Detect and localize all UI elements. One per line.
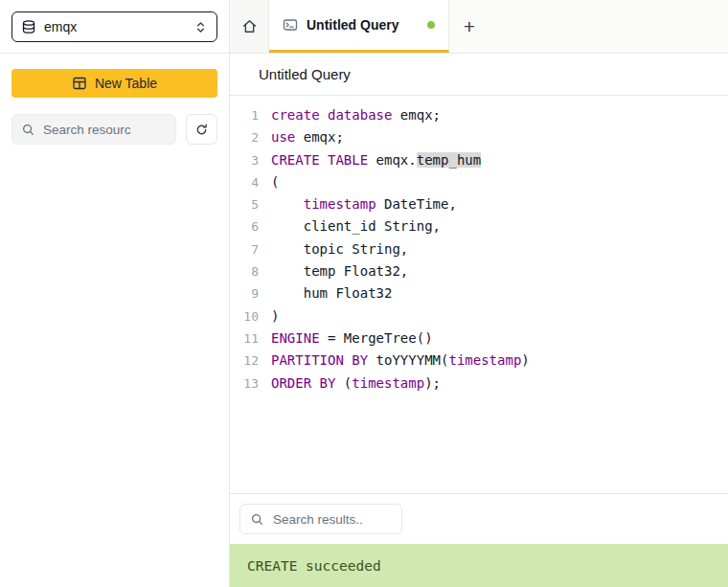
code-token-plain: emqx;: [392, 107, 441, 123]
refresh-button[interactable]: [186, 114, 217, 145]
code-line[interactable]: 3CREATE TABLE emqx.temp_hum: [230, 149, 728, 171]
app-window: emqx New Table: [0, 0, 728, 587]
code-token-plain: emqx;: [295, 129, 344, 145]
query-header: Untitled Query: [230, 54, 728, 96]
code-text: ENGINE = MergeTree(): [271, 327, 433, 350]
code-text: create database emqx;: [271, 104, 441, 126]
sidebar-search-row: [11, 114, 217, 145]
code-token-plain: emqx.: [368, 152, 417, 168]
code-token-kw: timestamp: [448, 352, 521, 368]
code-text: (: [271, 171, 279, 193]
sidebar-top: emqx: [0, 0, 229, 54]
line-number: 11: [236, 327, 259, 350]
search-icon: [21, 123, 35, 137]
sql-editor[interactable]: 1create database emqx;2use emqx;3CREATE …: [230, 96, 728, 493]
database-select-value: emqx: [44, 19, 186, 34]
query-title: Untitled Query: [259, 66, 351, 82]
line-number: 1: [236, 104, 259, 126]
code-line[interactable]: 2use emqx;: [230, 126, 728, 148]
code-text: hum Float32: [271, 282, 392, 305]
line-number: 10: [236, 305, 259, 327]
code-token-plain: toYYYYMM(: [368, 352, 448, 368]
home-button[interactable]: [230, 0, 269, 53]
line-number: 2: [236, 126, 259, 148]
line-number: 13: [236, 373, 259, 395]
database-icon: [21, 19, 36, 34]
code-token-plain: ): [271, 308, 279, 324]
code-token-plain: ): [521, 352, 529, 368]
table-grid-icon: [72, 76, 87, 91]
code-line[interactable]: 1create database emqx;: [230, 104, 728, 126]
resource-search-box[interactable]: [11, 114, 176, 145]
code-line[interactable]: 12PARTITION BY toYYYYMM(timestamp): [230, 350, 728, 372]
code-token-plain: (: [335, 375, 352, 391]
code-line[interactable]: 4(: [230, 171, 728, 193]
code-text: PARTITION BY toYYYYMM(timestamp): [271, 350, 530, 372]
sidebar-body: New Table: [0, 54, 229, 160]
line-number: 12: [236, 350, 259, 372]
tab-bar: Untitled Query +: [230, 0, 728, 54]
sidebar: emqx New Table: [0, 0, 230, 587]
code-text: CREATE TABLE emqx.temp_hum: [271, 149, 481, 171]
code-line[interactable]: 5 timestamp DateTime,: [230, 193, 728, 215]
resource-search-input[interactable]: [41, 122, 167, 138]
line-number: 6: [236, 215, 259, 237]
code-token-plain: = MergeTree(): [320, 330, 433, 346]
code-token-plain: (: [271, 174, 279, 190]
code-line[interactable]: 10): [230, 305, 728, 327]
new-tab-button[interactable]: +: [449, 0, 489, 53]
code-line[interactable]: 7 topic String,: [230, 238, 728, 260]
tab-untitled-query[interactable]: Untitled Query: [269, 0, 449, 53]
code-token-plain: );: [424, 375, 441, 391]
code-text: timestamp DateTime,: [271, 193, 457, 215]
green-dot: [427, 21, 435, 29]
code-line[interactable]: 11ENGINE = MergeTree(): [230, 327, 728, 350]
code-line[interactable]: 6 client_id String,: [230, 215, 728, 237]
code-token-plain: client_id String,: [271, 218, 441, 234]
status-message: CREATE succeeded: [247, 558, 381, 574]
code-token-plain: temp Float32,: [271, 263, 408, 279]
code-text: temp Float32,: [271, 260, 408, 282]
code-token-kw: create database: [271, 107, 392, 123]
code-token-kw: ORDER BY: [271, 375, 335, 391]
new-table-button-label: New Table: [95, 76, 157, 91]
status-banner: CREATE succeeded: [230, 544, 728, 587]
code-token-kw: CREATE TABLE: [271, 152, 368, 168]
search-icon: [250, 512, 264, 527]
results-search-box[interactable]: [239, 504, 402, 534]
code-token-plain: [271, 196, 304, 212]
line-number: 4: [236, 171, 259, 193]
new-table-button[interactable]: New Table: [11, 69, 217, 98]
line-number: 5: [236, 193, 259, 215]
code-line[interactable]: 8 temp Float32,: [230, 260, 728, 282]
home-icon: [241, 18, 258, 34]
code-token-kw: timestamp: [304, 196, 376, 212]
code-lines: 1create database emqx;2use emqx;3CREATE …: [230, 104, 728, 395]
code-line[interactable]: 13ORDER BY (timestamp);: [230, 373, 728, 395]
code-token-kw: ENGINE: [271, 330, 320, 346]
results-search-input[interactable]: [271, 511, 392, 528]
code-text: ORDER BY (timestamp);: [271, 373, 441, 395]
main-panel: Untitled Query + Untitled Query 1create …: [230, 0, 728, 587]
line-number: 8: [236, 260, 259, 282]
line-number: 9: [236, 282, 259, 305]
tab-label: Untitled Query: [307, 17, 398, 33]
refresh-icon: [194, 123, 209, 137]
code-token-kw: PARTITION BY: [271, 352, 368, 368]
code-line[interactable]: 9 hum Float32: [230, 282, 728, 305]
database-select[interactable]: emqx: [11, 11, 217, 42]
results-toolbar: [230, 493, 728, 544]
code-token-kw: use: [271, 129, 295, 145]
code-token-plain: topic String,: [271, 241, 408, 257]
code-token-kw: timestamp: [352, 375, 424, 391]
line-number: 3: [236, 149, 259, 171]
code-token-plain: hum Float32: [271, 285, 392, 301]
code-text: ): [271, 305, 279, 327]
line-number: 7: [236, 238, 259, 260]
chevron-up-down-icon: [193, 20, 208, 34]
code-token-sel: temp_hum: [417, 152, 481, 168]
console-icon: [283, 17, 298, 33]
code-token-plain: DateTime,: [376, 196, 457, 212]
code-text: topic String,: [271, 238, 408, 260]
code-text: client_id String,: [271, 215, 441, 237]
